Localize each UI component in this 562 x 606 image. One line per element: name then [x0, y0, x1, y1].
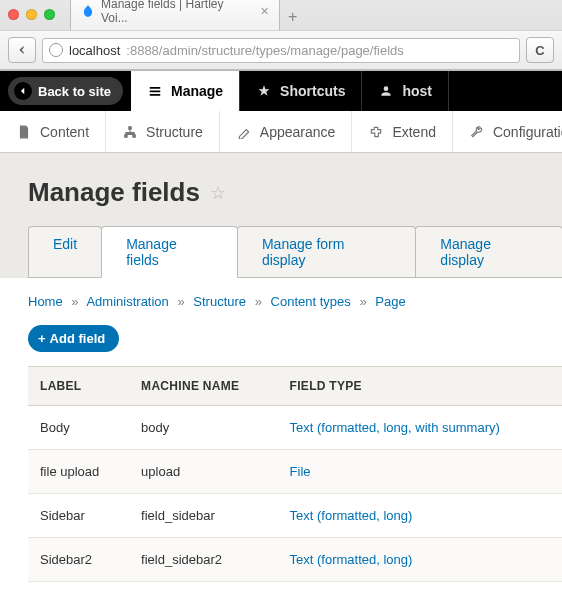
- back-to-site-label: Back to site: [38, 84, 111, 99]
- globe-icon: [49, 43, 63, 57]
- chevron-left-icon: [14, 82, 32, 100]
- address-input[interactable]: localhost:8888/admin/structure/types/man…: [42, 38, 520, 63]
- cell-field-type: Text (formatted, long): [278, 494, 562, 538]
- traffic-lights: [8, 9, 55, 20]
- breadcrumb-sep: »: [359, 294, 366, 309]
- appearance-icon: [236, 124, 252, 140]
- primary-tabs: Edit Manage fields Manage form display M…: [28, 226, 562, 278]
- table-row: Sidebarfield_sidebarText (formatted, lon…: [28, 494, 562, 538]
- page-title: Manage fields: [28, 177, 200, 208]
- field-type-link[interactable]: Text (formatted, long, with summary): [290, 420, 500, 435]
- hamburger-icon: [147, 83, 163, 99]
- add-field-button[interactable]: + Add field: [28, 325, 119, 352]
- field-type-link[interactable]: Text (formatted, long): [290, 508, 413, 523]
- browser-address-bar: localhost:8888/admin/structure/types/man…: [0, 30, 562, 70]
- structure-icon: [122, 124, 138, 140]
- tab-manage-fields[interactable]: Manage fields: [101, 226, 238, 278]
- browser-reload-button[interactable]: C: [526, 37, 554, 63]
- plus-icon: +: [38, 331, 46, 346]
- toolbar-user-label: host: [402, 83, 432, 99]
- cell-field-type: File: [278, 450, 562, 494]
- col-field-type: FIELD TYPE: [278, 367, 562, 406]
- breadcrumb-admin[interactable]: Administration: [86, 294, 168, 309]
- cell-label: Sidebar: [28, 494, 129, 538]
- cell-machine-name: upload: [129, 450, 277, 494]
- cell-machine-name: field_sidebar2: [129, 538, 277, 582]
- url-path: :8888/admin/structure/types/manage/page/…: [126, 43, 404, 58]
- tab-edit[interactable]: Edit: [28, 226, 102, 277]
- field-type-link[interactable]: Text (formatted, long): [290, 552, 413, 567]
- back-to-site-button[interactable]: Back to site: [8, 77, 123, 105]
- col-machine-name: MACHINE NAME: [129, 367, 277, 406]
- col-label: LABEL: [28, 367, 129, 406]
- toolbar-shortcuts[interactable]: Shortcuts: [240, 71, 362, 111]
- user-icon: [378, 83, 394, 99]
- star-icon: [256, 83, 272, 99]
- browser-chrome: Manage fields | Hartley Voi... ✕ + local…: [0, 0, 562, 71]
- breadcrumb-structure[interactable]: Structure: [193, 294, 246, 309]
- tab-manage-form-display[interactable]: Manage form display: [237, 226, 416, 277]
- document-icon: [16, 124, 32, 140]
- tab-close-icon[interactable]: ✕: [260, 5, 269, 18]
- wrench-icon: [469, 124, 485, 140]
- breadcrumb-page[interactable]: Page: [375, 294, 405, 309]
- toolbar-manage[interactable]: Manage: [131, 71, 240, 111]
- add-field-label: Add field: [50, 331, 106, 346]
- subnav-structure-label: Structure: [146, 124, 203, 140]
- table-row: Sidebar2field_sidebar2Text (formatted, l…: [28, 538, 562, 582]
- field-type-link[interactable]: File: [290, 464, 311, 479]
- admin-subnav: Content Structure Appearance Extend Conf…: [0, 111, 562, 153]
- toolbar-shortcuts-label: Shortcuts: [280, 83, 345, 99]
- breadcrumb-sep: »: [255, 294, 262, 309]
- subnav-appearance-label: Appearance: [260, 124, 336, 140]
- url-host: localhost: [69, 43, 120, 58]
- cell-label: Body: [28, 406, 129, 450]
- subnav-configuration-label: Configuration: [493, 124, 562, 140]
- window-close-button[interactable]: [8, 9, 19, 20]
- breadcrumb-home[interactable]: Home: [28, 294, 63, 309]
- browser-tab-title: Manage fields | Hartley Voi...: [101, 0, 250, 25]
- drupal-favicon-icon: [81, 4, 95, 18]
- favorite-star-icon[interactable]: ☆: [210, 182, 226, 204]
- browser-tab-bar: Manage fields | Hartley Voi... ✕ +: [0, 2, 562, 30]
- subnav-content-label: Content: [40, 124, 89, 140]
- breadcrumb-content-types[interactable]: Content types: [271, 294, 351, 309]
- subnav-appearance[interactable]: Appearance: [220, 111, 353, 152]
- breadcrumb: Home » Administration » Structure » Cont…: [0, 278, 562, 309]
- breadcrumb-sep: »: [71, 294, 78, 309]
- toolbar-user[interactable]: host: [362, 71, 449, 111]
- table-row: file uploaduploadFile: [28, 450, 562, 494]
- table-row: BodybodyText (formatted, long, with summ…: [28, 406, 562, 450]
- tab-manage-display[interactable]: Manage display: [415, 226, 562, 277]
- toolbar-manage-label: Manage: [171, 83, 223, 99]
- window-zoom-button[interactable]: [44, 9, 55, 20]
- cell-field-type: Text (formatted, long): [278, 538, 562, 582]
- subnav-structure[interactable]: Structure: [106, 111, 220, 152]
- cell-label: file upload: [28, 450, 129, 494]
- fields-table: LABEL MACHINE NAME FIELD TYPE BodybodyTe…: [28, 366, 562, 582]
- subnav-extend-label: Extend: [392, 124, 436, 140]
- cell-machine-name: field_sidebar: [129, 494, 277, 538]
- new-tab-button[interactable]: +: [288, 8, 297, 30]
- page-header-region: Manage fields ☆ Edit Manage fields Manag…: [0, 153, 562, 278]
- breadcrumb-sep: »: [177, 294, 184, 309]
- subnav-extend[interactable]: Extend: [352, 111, 453, 152]
- cell-machine-name: body: [129, 406, 277, 450]
- admin-toolbar: Back to site Manage Shortcuts host: [0, 71, 562, 111]
- subnav-content[interactable]: Content: [0, 111, 106, 152]
- subnav-configuration[interactable]: Configuration: [453, 111, 562, 152]
- puzzle-icon: [368, 124, 384, 140]
- cell-field-type: Text (formatted, long, with summary): [278, 406, 562, 450]
- browser-tab[interactable]: Manage fields | Hartley Voi... ✕: [70, 0, 280, 30]
- browser-back-button[interactable]: [8, 37, 36, 63]
- window-minimize-button[interactable]: [26, 9, 37, 20]
- cell-label: Sidebar2: [28, 538, 129, 582]
